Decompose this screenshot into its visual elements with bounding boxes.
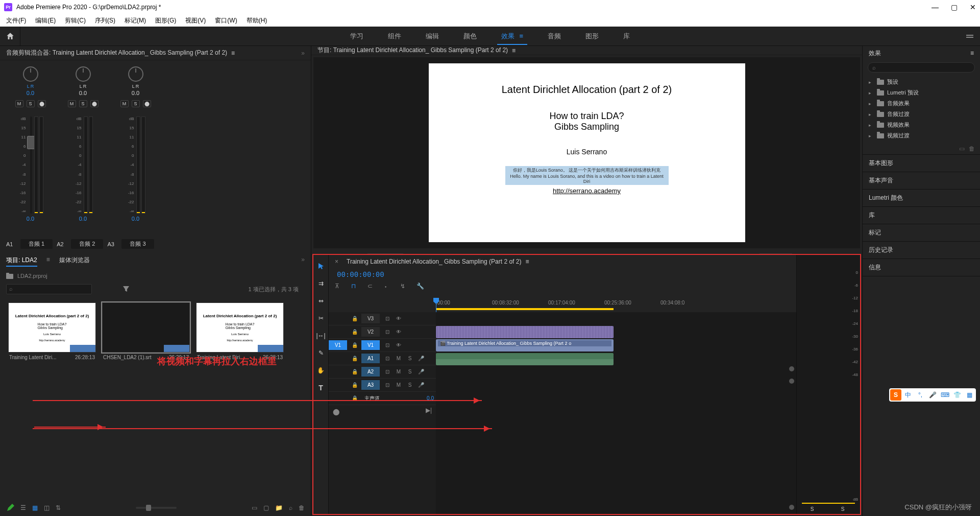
video-track-header[interactable]: V1 🔒V1⊡👁: [329, 339, 436, 352]
tab-editing[interactable]: 编辑: [426, 28, 439, 45]
project-thumbnail[interactable]: [102, 302, 190, 353]
track-target[interactable]: V1: [361, 340, 380, 350]
track-target[interactable]: A3: [361, 380, 380, 390]
track-select-tool[interactable]: ⇉: [316, 278, 326, 289]
mute-button[interactable]: M: [394, 381, 403, 390]
track-name[interactable]: 音频 3: [121, 239, 154, 249]
pen-icon[interactable]: [6, 504, 14, 512]
project-tab[interactable]: 项目: LDA2: [6, 256, 37, 267]
clip-audio[interactable]: [436, 353, 614, 365]
solo-button[interactable]: S: [405, 354, 414, 363]
expand-icon[interactable]: ▸: [869, 80, 874, 85]
menu-view[interactable]: 视图(V): [185, 16, 206, 25]
ripple-edit-tool[interactable]: ⇔: [316, 296, 326, 306]
wrench-icon[interactable]: 🔧: [416, 283, 426, 292]
track-target[interactable]: V3: [361, 314, 380, 323]
toggle-output-icon[interactable]: 👁: [394, 314, 403, 323]
ime-lang-button[interactable]: 中: [902, 389, 914, 401]
scroll-knob[interactable]: [789, 366, 794, 371]
scroll-knob[interactable]: ⬤: [333, 408, 339, 415]
sync-lock-icon[interactable]: ⊡: [383, 341, 392, 350]
project-thumbnail[interactable]: Latent Dirichlet Allocation (part 2 of 2…: [8, 302, 96, 353]
sync-lock-icon[interactable]: ⊡: [383, 314, 392, 323]
scroll-knob[interactable]: [789, 379, 794, 384]
maximize-button[interactable]: ▢: [951, 3, 958, 11]
mute-button[interactable]: M: [120, 100, 129, 107]
track-target[interactable]: A2: [361, 367, 380, 377]
pen-tool[interactable]: ✎: [316, 348, 326, 358]
lock-icon[interactable]: 🔒: [350, 354, 359, 363]
trash-icon[interactable]: 🗑: [299, 504, 305, 511]
selection-tool[interactable]: [316, 261, 326, 271]
toggle-output-icon[interactable]: 👁: [394, 327, 403, 337]
panel-overflow-icon[interactable]: »: [301, 50, 305, 57]
timeline-ruler[interactable]: :00:00 00:08:32:00 00:17:04:00 00:25:36:…: [436, 298, 796, 312]
solo-left-button[interactable]: S: [807, 506, 817, 512]
timeline-clips-area[interactable]: 🎬 Training Latent Dirichlet Allocation_ …: [436, 312, 796, 514]
menu-file[interactable]: 文件(F): [6, 16, 26, 25]
razor-tool[interactable]: ✂: [316, 313, 326, 323]
ime-toolbar[interactable]: S 中 °, 🎤 ⌨ 👕 ▦: [889, 388, 976, 402]
tab-libraries[interactable]: 库: [623, 28, 630, 45]
project-item[interactable]: Latent Dirichlet Allocation (part 2 of 2…: [196, 302, 284, 362]
effects-folder[interactable]: ▸视频效果: [867, 120, 976, 130]
track-target[interactable]: V2: [361, 327, 380, 337]
expand-icon[interactable]: ▸: [869, 101, 874, 106]
sort-icon[interactable]: ⇅: [56, 504, 61, 511]
collapsed-panel[interactable]: 基本图形: [863, 155, 980, 172]
ime-keyboard-icon[interactable]: ⌨: [939, 389, 950, 401]
settings-icon[interactable]: ↯: [400, 283, 409, 292]
master-track-header[interactable]: 🔒主声道0.0: [329, 392, 436, 405]
voiceover-icon[interactable]: 🎤: [416, 381, 426, 390]
collapsed-panel[interactable]: 信息: [863, 259, 980, 276]
work-area-bar[interactable]: [436, 308, 614, 310]
ime-skin-icon[interactable]: 👕: [951, 389, 963, 401]
voiceover-button[interactable]: ⬤: [90, 100, 99, 107]
trash-icon[interactable]: 🗑: [969, 145, 975, 152]
sync-lock-icon[interactable]: ⊡: [383, 381, 392, 390]
menu-markers[interactable]: 标记(M): [125, 16, 146, 25]
close-sequence-button[interactable]: ×: [335, 258, 338, 265]
tab-graphics[interactable]: 图形: [585, 28, 599, 45]
in-out-icon[interactable]: ▶|: [426, 407, 432, 414]
tab-audio[interactable]: 音频: [548, 28, 561, 45]
solo-right-button[interactable]: S: [838, 506, 848, 512]
lock-icon[interactable]: 🔒: [350, 341, 359, 350]
panel-menu-icon[interactable]: ≡: [512, 47, 516, 54]
effects-folder[interactable]: ▸视频过渡: [867, 130, 976, 141]
new-bin-icon[interactable]: ▭: [252, 504, 257, 511]
clip-video[interactable]: 🎬 Training Latent Dirichlet Allocation_ …: [436, 339, 614, 351]
minimize-button[interactable]: —: [932, 3, 939, 11]
panel-menu-icon[interactable]: ≡: [231, 50, 235, 57]
collapsed-panel[interactable]: 库: [863, 207, 980, 224]
snap-icon[interactable]: ⊓: [351, 283, 360, 292]
effects-search-input[interactable]: [868, 62, 975, 73]
voiceover-button[interactable]: ⬤: [143, 100, 151, 107]
tab-color[interactable]: 颜色: [463, 28, 477, 45]
type-tool[interactable]: T: [316, 383, 326, 393]
project-item[interactable]: Latent Dirichlet Allocation (part 2 of 2…: [8, 302, 96, 362]
tab-assembly[interactable]: 组件: [388, 28, 401, 45]
ime-tools-icon[interactable]: ▦: [964, 389, 975, 401]
solo-button[interactable]: S: [132, 100, 140, 107]
project-thumbnail[interactable]: Latent Dirichlet Allocation (part 2 of 2…: [196, 302, 284, 353]
zoom-slider[interactable]: [136, 507, 177, 509]
lock-icon[interactable]: 🔒: [350, 394, 359, 403]
sync-lock-icon[interactable]: ⊡: [383, 354, 392, 363]
voiceover-icon[interactable]: 🎤: [416, 367, 426, 377]
volume-slider[interactable]: [30, 116, 32, 214]
mute-button[interactable]: M: [394, 354, 403, 363]
video-preview[interactable]: Latent Dirichlet Allocation (part 2 of 2…: [429, 63, 745, 242]
video-track-header[interactable]: 🔒V3⊡👁: [329, 312, 436, 325]
sync-lock-icon[interactable]: ⊡: [383, 327, 392, 337]
folder-icon[interactable]: 📁: [275, 504, 283, 511]
sync-lock-icon[interactable]: ⊡: [383, 367, 392, 377]
effects-folder[interactable]: ▸预设: [867, 77, 976, 87]
effects-folder[interactable]: ▸Lumetri 预设: [867, 87, 976, 98]
audio-track-header[interactable]: 🔒A2⊡MS🎤: [329, 365, 436, 379]
ime-logo-icon[interactable]: S: [890, 389, 901, 401]
search-bin-icon[interactable]: ⌕: [289, 504, 292, 511]
linked-selection-icon[interactable]: ⊂: [368, 283, 377, 292]
menu-clip[interactable]: 剪辑(C): [65, 16, 86, 25]
audio-track-header[interactable]: 🔒A3⊡MS🎤: [329, 379, 436, 392]
